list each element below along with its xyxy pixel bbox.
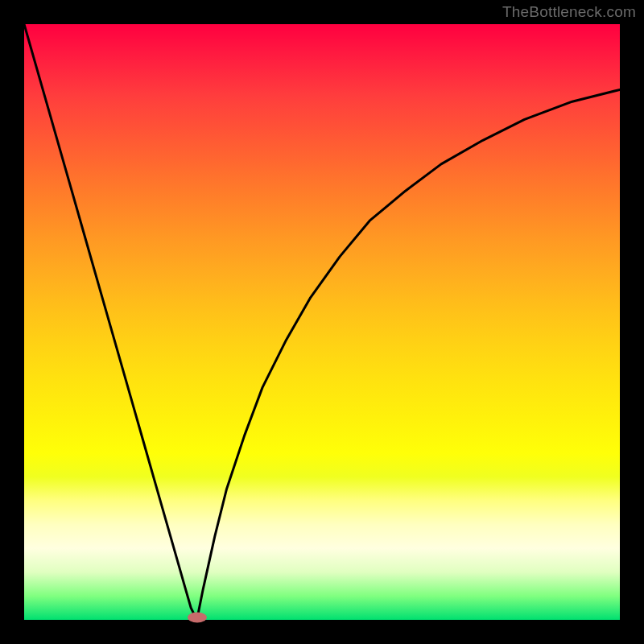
chart-container: TheBottleneck.com — [0, 0, 644, 644]
watermark-text: TheBottleneck.com — [502, 3, 636, 21]
plot-area — [24, 24, 620, 620]
minimum-marker — [188, 613, 207, 623]
